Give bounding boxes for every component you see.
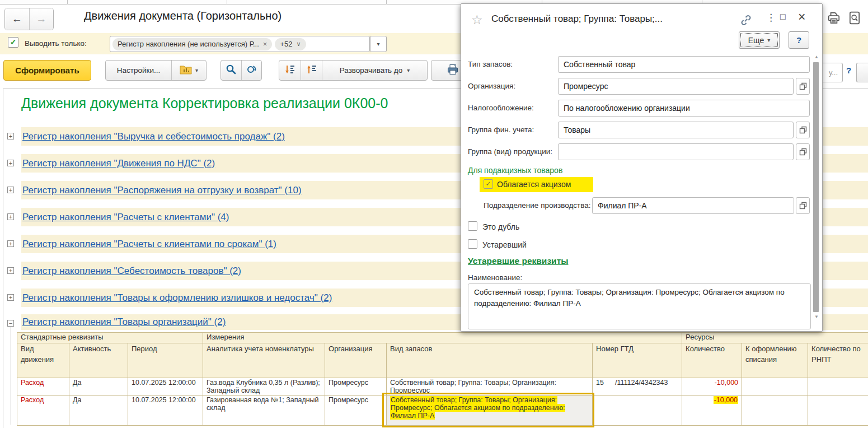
product-kind-field[interactable] xyxy=(558,143,794,160)
cell-movement[interactable]: Расход xyxy=(17,396,69,426)
fin-group-field[interactable]: Товары xyxy=(558,122,794,138)
cell-movement[interactable]: Расход xyxy=(17,378,69,396)
help-link[interactable]: ? xyxy=(846,66,851,75)
more-button[interactable]: Еще ▾ xyxy=(739,31,780,49)
cell-active[interactable]: Да xyxy=(69,396,128,426)
cell-gtd[interactable] xyxy=(593,396,682,426)
remove-tag-icon[interactable]: × xyxy=(263,40,268,48)
expander-plus-icon[interactable]: + xyxy=(7,294,14,301)
scroll-up-icon[interactable]: ▲ xyxy=(814,54,819,59)
copy-link-icon[interactable] xyxy=(740,14,752,29)
open-fin-group-button[interactable] xyxy=(796,122,810,138)
search-next-button[interactable] xyxy=(241,61,261,80)
field-label: Налогообложение: xyxy=(468,104,534,112)
production-unit-field[interactable]: Филиал ПР-А xyxy=(592,197,794,214)
cell-qty-rnpt[interactable] xyxy=(808,378,868,396)
settings-button[interactable]: Настройки... xyxy=(106,61,171,80)
cell-analytics[interactable]: Газ.вода Клубника 0,35 л (Разлив); Запад… xyxy=(203,378,325,396)
filter-dropdown-button[interactable]: ▾ xyxy=(370,36,387,52)
cell-to-writeoff[interactable] xyxy=(742,396,808,426)
cell-org[interactable]: Промресурс xyxy=(325,378,387,396)
register-link[interactable]: Регистр накопления "Товары к оформлению … xyxy=(21,292,332,304)
open-product-kind-button[interactable] xyxy=(796,143,810,160)
cell-gtd[interactable]: 15/111124/4342343 xyxy=(593,378,682,396)
print-icon[interactable] xyxy=(827,11,841,25)
cell-qty-rnpt[interactable] xyxy=(808,396,868,426)
expand-to-button[interactable]: Разворачивать до ▾ xyxy=(322,61,427,80)
more-menu-icon[interactable]: ⋮ xyxy=(766,12,776,24)
cell-stock-kind-highlighted[interactable]: Собственный товар; Группа: Товары; Орган… xyxy=(387,396,593,426)
duplicate-checkbox[interactable] xyxy=(468,221,477,231)
panel-scrollbar-thumb[interactable] xyxy=(813,62,819,312)
register-link[interactable]: Регистр накопления "Распоряжения на отгр… xyxy=(21,185,302,196)
check-icon: ✓ xyxy=(485,180,491,188)
register-link[interactable]: Регистр накопления "Себестоимость товаро… xyxy=(21,266,241,277)
report-variants-button[interactable]: ▾ xyxy=(171,61,206,80)
favorite-star-icon[interactable]: ☆ xyxy=(471,12,483,27)
excise-checkbox[interactable]: ✓ xyxy=(484,179,493,189)
scroll-down-icon[interactable]: ▼ xyxy=(814,314,819,319)
cell-active[interactable]: Да xyxy=(69,378,128,396)
register-link[interactable]: Регистр накопления "Товары организаций" … xyxy=(21,317,226,328)
col-header: Номер ГТД xyxy=(593,343,682,378)
maximize-icon[interactable]: □ xyxy=(780,12,786,22)
cell-period[interactable]: 10.07.2025 12:00:00 xyxy=(128,396,203,426)
open-icon xyxy=(799,82,807,90)
field-label: Тип запасов: xyxy=(468,60,513,68)
table-header-row: Вид движения Активность Период Аналитика… xyxy=(17,343,868,378)
generate-button[interactable]: Сформировать xyxy=(3,60,91,81)
cell-analytics[interactable]: Газированная вода №1; Западный склад xyxy=(203,396,325,426)
open-production-unit-button[interactable] xyxy=(796,197,810,214)
expander-plus-icon[interactable]: + xyxy=(7,133,14,139)
cell-stock-kind[interactable]: Собственный товар; Группа: Товары; Орган… xyxy=(387,378,593,396)
search-button[interactable] xyxy=(221,61,241,80)
expander-plus-icon[interactable]: + xyxy=(7,213,14,220)
more-button-label: Еще xyxy=(748,36,764,45)
field-label: Подразделение производства: xyxy=(484,201,591,210)
open-icon xyxy=(799,202,807,210)
expander-plus-icon[interactable]: + xyxy=(7,240,14,247)
expand-all-button[interactable] xyxy=(279,61,301,80)
truncated-button-2[interactable] xyxy=(856,63,868,82)
search-repeat-icon xyxy=(246,64,258,77)
cell-qty-highlighted[interactable]: -10,000 xyxy=(682,396,742,426)
back-button[interactable]: ← xyxy=(5,8,29,30)
obsolete-attributes-link[interactable]: Устаревшие реквизиты xyxy=(468,256,568,266)
page-title: Движения документа (Горизонтально) xyxy=(84,10,281,22)
register-link[interactable]: Регистр накопления "Выручка и себестоимо… xyxy=(21,131,285,142)
organization-field[interactable]: Промресурс xyxy=(558,78,794,95)
obsolete-checkbox[interactable] xyxy=(468,239,477,249)
filter-tag-register[interactable]: Регистр накопления (не используется) Р..… xyxy=(112,38,272,50)
name-textarea[interactable]: Собственный товар; Группа: Товары; Орган… xyxy=(468,283,811,329)
register-link[interactable]: Регистр накопления "Расчеты с клиентами"… xyxy=(21,212,229,223)
taxation-field[interactable]: По налогообложению организации xyxy=(558,100,810,117)
open-organization-button[interactable] xyxy=(796,78,810,95)
forward-button[interactable]: → xyxy=(29,8,54,30)
expander-plus-icon[interactable]: + xyxy=(7,160,14,166)
col-header: Аналитика учета номенклатуры xyxy=(203,343,325,378)
highlighted-number: -10,000 xyxy=(714,396,738,404)
filter-checkbox[interactable]: ✓ xyxy=(8,37,18,48)
col-header: Количество по РНПТ xyxy=(808,343,868,378)
forward-arrow-icon: → xyxy=(36,13,46,25)
cell-period[interactable]: 10.07.2025 12:00:00 xyxy=(128,378,203,396)
collapse-levels-icon xyxy=(306,64,317,77)
cell-org[interactable]: Промресурс xyxy=(325,396,387,426)
cell-to-writeoff[interactable] xyxy=(742,378,808,396)
filter-tags-input[interactable]: Регистр накопления (не используется) Р..… xyxy=(110,36,370,52)
cell-qty[interactable]: -10,000 xyxy=(682,378,742,396)
collapse-all-button[interactable] xyxy=(301,61,322,80)
panel-title: Собственный товар; Группа: Товары;... xyxy=(491,13,663,25)
report-title: Движения документа Корректировка реализа… xyxy=(21,95,388,111)
stock-type-field[interactable]: Собственный товар xyxy=(558,56,810,73)
register-link[interactable]: Регистр накопления "Расчеты с клиентами … xyxy=(21,239,276,250)
expander-plus-icon[interactable]: + xyxy=(7,267,14,274)
help-button[interactable]: ? xyxy=(789,31,809,49)
filter-tag-more[interactable]: +52 ∨ xyxy=(275,38,306,50)
expander-minus-icon[interactable]: − xyxy=(7,320,14,327)
settings-button-group: Настройки... ▾ xyxy=(105,60,207,81)
print-preview-icon[interactable] xyxy=(847,11,862,25)
close-icon[interactable]: × xyxy=(798,10,805,25)
expander-plus-icon[interactable]: + xyxy=(7,187,14,193)
register-link[interactable]: Регистр накопления "Движения по НДС" (2) xyxy=(21,158,215,169)
